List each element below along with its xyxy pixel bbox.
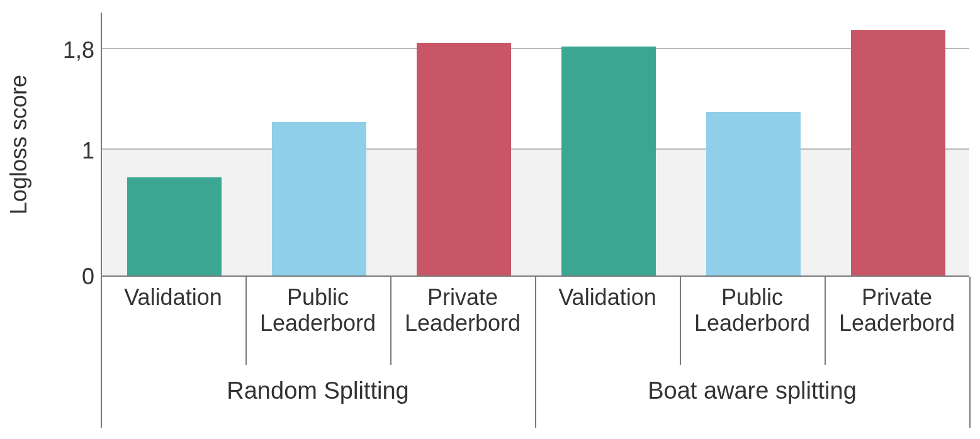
xgroup-boat: Boat aware splitting <box>535 377 969 404</box>
y-tick-1: 1 <box>44 138 94 164</box>
bar-boat-public <box>706 112 801 275</box>
x-sep-g2-right <box>969 277 971 428</box>
bars-layer <box>102 13 969 275</box>
xcat-random-private: Private Leaderbord <box>390 284 535 336</box>
y-axis-label: Logloss score <box>0 0 38 289</box>
bar-boat-private <box>851 30 945 275</box>
xcat-boat-public: Public Leaderbord <box>680 284 825 336</box>
xgroup-random: Random Splitting <box>101 377 535 404</box>
chart-container: Logloss score 0 1 1,8 Validation <box>0 0 980 439</box>
bar-boat-validation <box>561 47 656 275</box>
bar-random-private <box>417 43 511 275</box>
bar-random-validation <box>127 177 222 275</box>
plot-area <box>101 13 969 277</box>
xcat-random-public: Public Leaderbord <box>245 284 390 336</box>
bar-random-public <box>272 122 366 275</box>
y-tick-18: 1,8 <box>44 37 94 64</box>
xcat-boat-private: Private Leaderbord <box>825 284 969 336</box>
y-tick-0: 0 <box>44 264 94 290</box>
xcat-random-validation: Validation <box>101 284 245 310</box>
y-axis-label-text: Logloss score <box>6 75 32 214</box>
xcat-boat-validation: Validation <box>535 284 680 310</box>
